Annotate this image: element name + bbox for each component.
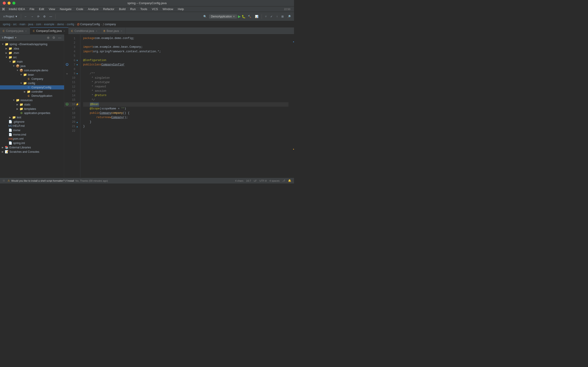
settings-button[interactable]: ⚙	[42, 14, 47, 19]
tree-item-external-libs[interactable]: ▶ 📚 External Libraries	[0, 145, 64, 150]
debug-button[interactable]: 🐛	[242, 15, 246, 18]
dropdown-arrow[interactable]: ▼	[15, 36, 17, 39]
tree-item-mvn[interactable]: ▶ 📁 .mvn	[0, 51, 64, 55]
menu-window[interactable]: Window	[161, 7, 175, 11]
menu-tools[interactable]: Tools	[138, 7, 149, 11]
window-controls[interactable]	[3, 2, 15, 5]
breadcrumb-main[interactable]: main	[19, 23, 26, 26]
tree-item-idea[interactable]: ▶ 📁 .idea	[0, 46, 64, 51]
menu-navigate[interactable]: Navigate	[58, 7, 73, 11]
locate-file-button[interactable]: ⊕	[46, 35, 51, 40]
breadcrumb-demo[interactable]: demo	[57, 23, 64, 26]
breadcrumb-companyconfig[interactable]: @CompanyConfig	[77, 23, 100, 26]
collapse-button[interactable]: —	[48, 14, 53, 19]
menu-edit[interactable]: Edit	[37, 7, 46, 11]
line-ending[interactable]: LF	[254, 179, 257, 182]
run-configuration[interactable]: DemoApplication ▼	[209, 15, 237, 19]
tree-item-bean-folder[interactable]: ▼ 📁 bean	[0, 73, 64, 77]
fold-7[interactable]: ▼	[75, 64, 79, 66]
menu-vcs[interactable]: VCS	[150, 7, 160, 11]
navigate-forward[interactable]: →	[29, 14, 35, 19]
breadcrumb-com[interactable]: com	[36, 23, 41, 26]
tree-item-companyconfig[interactable]: ▶ C CompanyConfig	[0, 85, 64, 90]
tree-arrow-main: ▼	[8, 60, 12, 63]
tab-close-companyconfig[interactable]: ×	[63, 29, 65, 33]
tab-close-conditional[interactable]: ×	[95, 29, 98, 33]
menu-code[interactable]: Code	[74, 7, 85, 11]
menu-run[interactable]: Run	[128, 7, 138, 11]
run-config-dropdown[interactable]: ▼	[233, 15, 235, 18]
tab-company[interactable]: C Company.java ×	[0, 27, 30, 34]
push-button[interactable]: ↑	[275, 14, 279, 19]
tree-item-gitignore[interactable]: ▶ 📄 .gitignore	[0, 119, 64, 124]
menu-view[interactable]: View	[47, 7, 57, 11]
tree-item-java[interactable]: ▼ 📦 java	[0, 64, 64, 68]
tree-item-package[interactable]: ▼ 📦 com.example.demo	[0, 68, 64, 73]
menu-file[interactable]: File	[28, 7, 36, 11]
tree-label-java: java	[20, 65, 26, 68]
breadcrumb-company-method[interactable]: ƒcompany	[103, 23, 116, 26]
coverage-button[interactable]: 📊	[254, 14, 260, 19]
tree-item-pomxml[interactable]: ▶ XML pom.xml	[0, 137, 64, 141]
breadcrumb-example[interactable]: example	[44, 23, 54, 26]
search-button[interactable]: 🔍	[202, 14, 208, 19]
project-tool-button[interactable]: ≡ Project ▼	[2, 14, 19, 19]
warning-dismiss[interactable]: No, Thanks (58 minutes ago)	[75, 179, 108, 182]
tab-close-company[interactable]: ×	[25, 29, 27, 33]
maximize-button[interactable]	[12, 2, 15, 5]
tree-item-appproperties[interactable]: ▶ ⚙ application.properties	[0, 111, 64, 115]
global-search[interactable]: 🔎	[286, 14, 292, 19]
tree-item-mvnwcmd[interactable]: ▶ 📄 mvnw.cmd	[0, 132, 64, 137]
menu-intellij[interactable]: IntelliJ IDEA	[7, 7, 27, 11]
tree-item-springiml[interactable]: ▶ 📄 spring.iml	[0, 141, 64, 145]
tab-conditional[interactable]: C Conditional.java ×	[69, 27, 101, 34]
tree-item-company[interactable]: ▶ C Company	[0, 77, 64, 81]
tree-item-mvnw[interactable]: ▶ 📄 mvnw	[0, 128, 64, 132]
fold-21[interactable]: ▲	[75, 125, 79, 128]
cursor-position[interactable]: 16:7	[246, 179, 251, 182]
tree-item-spring[interactable]: ▼ 📁 spring ~/Downloads/app/spring	[0, 42, 64, 46]
fold-6[interactable]: ▼	[75, 59, 79, 62]
tree-item-helpmd[interactable]: ▶ MD HELP.md	[0, 124, 64, 128]
tree-item-templates[interactable]: ▶ 📁 templates	[0, 107, 64, 111]
fold-9[interactable]: ▼	[75, 73, 79, 75]
run-button[interactable]: ▶	[238, 14, 241, 19]
tab-companyconfig[interactable]: C CompanyConfig.java ×	[30, 27, 69, 34]
tree-item-demoapplication[interactable]: ▶ C DemoApplication	[0, 94, 64, 98]
tree-item-src[interactable]: ▼ 📁 src	[0, 55, 64, 59]
tree-item-test[interactable]: ▶ 📁 test	[0, 115, 64, 119]
build-button[interactable]: 🔨	[246, 14, 253, 19]
vcs-button[interactable]: ⑂	[264, 14, 268, 19]
breadcrumb-config[interactable]: config	[67, 23, 74, 26]
commit-button[interactable]: ✓	[269, 14, 274, 19]
code-editor[interactable]: 1 2 3 4 5	[64, 34, 294, 177]
menu-help[interactable]: Help	[176, 7, 186, 11]
tab-bean[interactable]: B Bean.java ×	[101, 27, 126, 34]
indent[interactable]: 4 spaces	[269, 179, 279, 182]
breadcrumb-spring[interactable]: spring	[3, 23, 10, 26]
tree-item-controller[interactable]: ▶ 📁 controller	[0, 90, 64, 94]
tree-item-scratches[interactable]: ▶ 📝 Scratches and Consoles	[0, 150, 64, 154]
tree-item-main[interactable]: ▼ 📁 main	[0, 59, 64, 64]
tree-item-static[interactable]: ▶ 📁 static	[0, 102, 64, 107]
minimize-button[interactable]	[8, 2, 10, 5]
menu-analyze[interactable]: Analyze	[86, 7, 100, 11]
menu-refactor[interactable]: Refactor	[101, 7, 116, 11]
apple-menu[interactable]: ⌘	[2, 7, 5, 11]
breadcrumb-src[interactable]: src	[13, 23, 17, 26]
navigate-back[interactable]: ←	[23, 14, 28, 19]
tab-close-bean[interactable]: ×	[120, 29, 123, 33]
code-content[interactable]: package com.example.demo.config; import …	[80, 34, 291, 177]
breadcrumb-java[interactable]: java	[28, 23, 33, 26]
encoding[interactable]: UTF-8	[259, 179, 267, 182]
tree-item-config-folder[interactable]: ▼ 📁 config	[0, 81, 64, 85]
settings-sidebar-button[interactable]: ⚙	[52, 35, 56, 40]
warning-text[interactable]: Would you like to install a shell script…	[11, 179, 74, 182]
menu-build[interactable]: Build	[117, 7, 128, 11]
fold-20[interactable]: ▲	[75, 121, 79, 123]
tree-item-resources[interactable]: ▼ 📁 resources	[0, 98, 64, 102]
collapse-sidebar-button[interactable]: —	[57, 35, 62, 40]
terminal-button[interactable]: ⊞	[280, 14, 285, 19]
close-button[interactable]	[3, 2, 6, 5]
sync-button[interactable]: ⟳	[36, 14, 41, 19]
